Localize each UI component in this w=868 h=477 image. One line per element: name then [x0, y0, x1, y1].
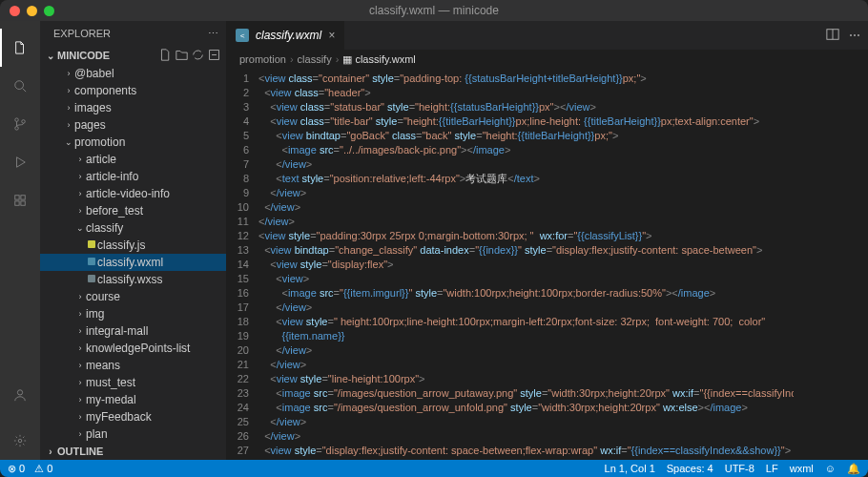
code-line[interactable]: <view style="display:flex"> — [258, 258, 794, 272]
status-errors[interactable]: ⊗ 0 — [8, 463, 25, 475]
folder-pages[interactable]: ›pages — [40, 116, 226, 134]
code-line[interactable]: </view> — [258, 215, 794, 229]
folder-must_test[interactable]: ›must_test — [40, 374, 226, 391]
collapse-icon[interactable] — [208, 49, 220, 63]
code-line[interactable]: <view style=" height:100rpx;line-height:… — [258, 315, 794, 329]
traffic-lights[interactable] — [10, 6, 54, 16]
tab-classify-wxml[interactable]: < classify.wxml × — [226, 21, 344, 50]
code-line[interactable]: </view> — [258, 415, 794, 429]
folder-means[interactable]: ›means — [40, 357, 226, 374]
code-line[interactable]: <image src="/images/question_arrow_unfol… — [258, 401, 794, 415]
status-language[interactable]: wxml — [790, 463, 814, 475]
folder-article[interactable]: ›article — [40, 151, 226, 168]
file-tree[interactable]: ›@babel›components›images›pages⌄promotio… — [40, 65, 226, 443]
new-folder-icon[interactable] — [176, 49, 188, 63]
code-line[interactable]: <image src="/images/question_arrow_putaw… — [258, 386, 794, 401]
code-line[interactable]: <view bindtap="goBack" class="back" styl… — [258, 129, 794, 143]
folder-knowledgePoints-list[interactable]: ›knowledgePoints-list — [40, 340, 226, 357]
svg-point-8 — [17, 390, 22, 395]
folder-myFeedback[interactable]: ›myFeedback — [40, 408, 226, 425]
code-editor[interactable]: 1234567891011121314151617181920212223242… — [226, 69, 868, 460]
folder-course[interactable]: ›course — [40, 288, 226, 305]
breadcrumb-item[interactable]: classify — [298, 53, 332, 65]
folder-promotion[interactable]: ⌄promotion — [40, 134, 226, 151]
refresh-icon[interactable] — [192, 49, 204, 63]
editor-more-icon[interactable]: ⋯ — [849, 29, 860, 42]
breadcrumb-item[interactable]: ▦ classify.wxml — [342, 53, 415, 66]
status-eol[interactable]: LF — [766, 463, 778, 475]
activity-scm[interactable] — [0, 105, 40, 143]
close-window-button[interactable] — [10, 6, 20, 16]
code-line[interactable]: <image src="../../images/back-pic.png"><… — [258, 143, 794, 157]
breadcrumbs[interactable]: promotion › classify › ▦ classify.wxml — [226, 50, 868, 69]
code-line[interactable]: <view> — [258, 272, 794, 286]
folder-classify[interactable]: ⌄classify — [40, 219, 226, 237]
folder-article-info[interactable]: ›article-info — [40, 168, 226, 185]
status-spaces[interactable]: Spaces: 4 — [667, 463, 713, 475]
file-classify.wxml[interactable]: classify.wxml — [40, 254, 226, 271]
code-line[interactable]: <image src="{{item.imgurl}}" style="widt… — [258, 286, 794, 301]
code-line[interactable]: </view> — [258, 301, 794, 315]
status-feedback-icon[interactable]: ☺ — [825, 463, 836, 475]
maximize-window-button[interactable] — [44, 6, 54, 16]
split-editor-icon[interactable] — [826, 28, 839, 44]
code-line[interactable]: {{item.name}} — [258, 329, 794, 343]
line-number: 28 — [226, 458, 249, 460]
file-classify.js[interactable]: classify.js — [40, 237, 226, 254]
folder-before_test[interactable]: ›before_test — [40, 202, 226, 219]
svg-rect-7 — [21, 201, 25, 205]
folder-article-video-info[interactable]: ›article-video-info — [40, 185, 226, 202]
tree-label: before_test — [86, 204, 143, 218]
code-line[interactable]: <view style="padding:30rpx 25rpx 0;margi… — [258, 229, 794, 243]
status-warnings[interactable]: ⚠ 0 — [34, 463, 52, 475]
code-line[interactable]: <view class="title-bar" style="height:{{… — [258, 114, 794, 129]
folder-plan[interactable]: ›plan — [40, 425, 226, 443]
activity-search[interactable] — [0, 67, 40, 105]
folder-@babel[interactable]: ›@babel — [40, 65, 226, 82]
line-number: 16 — [226, 286, 249, 301]
folder-img[interactable]: ›img — [40, 305, 226, 322]
minimap[interactable] — [794, 69, 868, 460]
code-line[interactable]: </view> — [258, 358, 794, 372]
code-line[interactable]: <view bindtap="change_classify" data-ind… — [258, 243, 794, 258]
status-ln-col[interactable]: Ln 1, Col 1 — [605, 463, 655, 475]
activity-explorer[interactable] — [0, 29, 40, 67]
code-line[interactable]: </view> — [258, 343, 794, 358]
code-line[interactable]: </view> — [258, 157, 794, 172]
folder-integral-mall[interactable]: ›integral-mall — [40, 322, 226, 340]
tree-label: knowledgePoints-list — [86, 342, 190, 355]
code-line[interactable]: <view class="container" style="padding-t… — [258, 72, 794, 86]
folder-components[interactable]: ›components — [40, 82, 226, 99]
code-line[interactable]: <view style="display:flex;justify-conten… — [258, 444, 794, 458]
code-line[interactable]: <view class="header"> — [258, 86, 794, 100]
activity-settings[interactable] — [0, 422, 40, 460]
breadcrumb-item[interactable]: promotion — [239, 53, 286, 65]
code-line[interactable]: <view bindtap="son_classify" data-id="{{… — [258, 458, 794, 460]
explorer-more-icon[interactable]: ⋯ — [208, 28, 218, 40]
minimize-window-button[interactable] — [27, 6, 37, 16]
folder-my-medal[interactable]: ›my-medal — [40, 391, 226, 408]
code-line[interactable]: <text style="position:relative;left:-44r… — [258, 172, 794, 186]
tab-close-icon[interactable]: × — [328, 29, 335, 42]
code-line[interactable]: <view style="line-height:100rpx"> — [258, 372, 794, 386]
outline-section[interactable]: › OUTLINE — [40, 443, 226, 460]
chevron-right-icon: › — [74, 395, 86, 404]
activity-extensions[interactable] — [0, 181, 40, 219]
code-line[interactable]: </view> — [258, 200, 794, 215]
line-number: 3 — [226, 100, 249, 114]
line-number: 10 — [226, 200, 249, 215]
status-bell-icon[interactable]: 🔔 — [847, 463, 860, 475]
code-line[interactable]: </view> — [258, 186, 794, 200]
activity-debug[interactable] — [0, 143, 40, 181]
folder-images[interactable]: ›images — [40, 99, 226, 116]
project-section[interactable]: ⌄ MINICODE — [40, 46, 226, 65]
code-line[interactable]: </view> — [258, 429, 794, 444]
code-line[interactable]: <view class="status-bar" style="height:{… — [258, 100, 794, 114]
new-file-icon[interactable] — [159, 49, 172, 63]
tree-label: promotion — [74, 135, 125, 149]
file-icon — [86, 275, 97, 284]
activity-account[interactable] — [0, 376, 40, 414]
file-classify.wxss[interactable]: classify.wxss — [40, 271, 226, 288]
code-lines[interactable]: <view class="container" style="padding-t… — [258, 69, 794, 460]
status-encoding[interactable]: UTF-8 — [725, 463, 754, 475]
